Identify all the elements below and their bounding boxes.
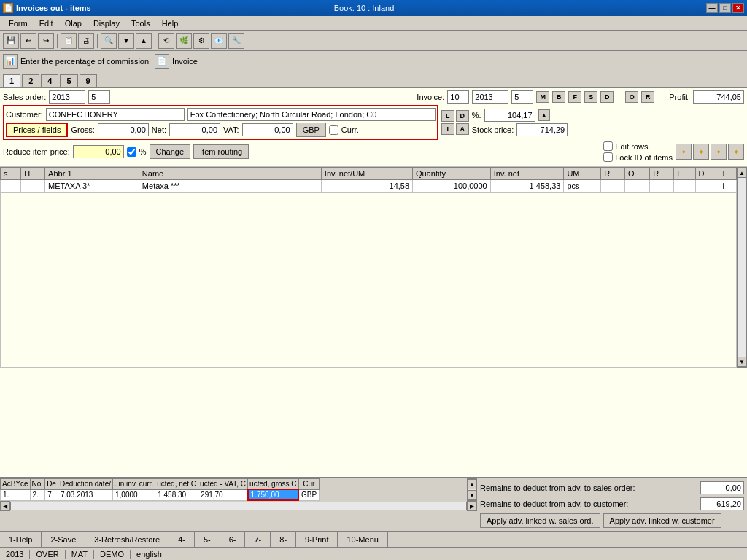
invoice-item[interactable]: 📄 Invoice: [155, 54, 198, 69]
tab-5[interactable]: 5: [60, 74, 77, 87]
menu-help[interactable]: Help: [156, 18, 185, 29]
redo-button[interactable]: ↪: [38, 33, 54, 49]
apply-sales-btn[interactable]: Apply adv. linked w. sales ord.: [480, 513, 600, 528]
scroll-up-btn[interactable]: ▲: [738, 168, 746, 178]
refresh-button[interactable]: ⟲: [158, 33, 174, 49]
star-btn-2[interactable]: ✦: [693, 144, 709, 160]
stock-price-label: Stock price:: [472, 125, 514, 134]
status-5[interactable]: 5-: [195, 532, 220, 547]
percent-input[interactable]: [484, 109, 535, 122]
up-button[interactable]: ▲: [136, 33, 152, 49]
btn-A[interactable]: A: [456, 123, 469, 135]
item-routing-btn[interactable]: Item routing: [193, 144, 249, 159]
menu-olap[interactable]: Olap: [59, 18, 88, 29]
btn-I[interactable]: I: [441, 123, 454, 135]
hscroll-right-btn[interactable]: ▶: [467, 501, 477, 511]
maximize-button[interactable]: □: [719, 3, 731, 13]
status-save[interactable]: 2-Save: [42, 532, 85, 547]
percent-row: %: ▲: [472, 109, 568, 122]
btn-F[interactable]: F: [568, 91, 581, 103]
remains-sales-input[interactable]: [700, 481, 744, 494]
customer-address-input[interactable]: [187, 108, 436, 121]
bscroll-down-btn[interactable]: ▼: [468, 490, 476, 500]
star-btn-3[interactable]: ✦: [711, 144, 727, 160]
remains-customer-input[interactable]: [700, 497, 744, 510]
curr-checkbox[interactable]: [329, 125, 338, 135]
btn-D2[interactable]: D: [456, 110, 469, 122]
vat-input[interactable]: [242, 123, 293, 136]
tab-2[interactable]: 2: [22, 74, 39, 87]
invoice-input3[interactable]: [511, 90, 533, 104]
status-menu[interactable]: 10-Menu: [338, 532, 387, 547]
prices-fields-btn[interactable]: Prices / fields: [6, 122, 68, 137]
commission-item[interactable]: 📊 Enter the percentage of commission: [3, 54, 149, 69]
tab-9[interactable]: 9: [80, 74, 97, 87]
btn-B[interactable]: B: [552, 91, 565, 103]
green-button[interactable]: 🌿: [176, 33, 192, 49]
bscroll-up-btn[interactable]: ▲: [468, 479, 476, 489]
lock-id-label[interactable]: Lock ID of items: [603, 152, 673, 162]
btn-D[interactable]: D: [600, 91, 614, 103]
currency-btn[interactable]: GBP: [296, 122, 326, 137]
reduce-input[interactable]: [73, 145, 124, 158]
btn-R[interactable]: R: [641, 91, 654, 103]
mail-button[interactable]: 📧: [211, 33, 227, 49]
tools-button[interactable]: 🔧: [228, 33, 244, 49]
scroll-down-btn[interactable]: ▼: [738, 357, 746, 367]
save-button[interactable]: 💾: [3, 33, 19, 49]
gear-button[interactable]: ⚙: [193, 33, 209, 49]
btn-L[interactable]: L: [441, 110, 454, 122]
undo-button[interactable]: ↩: [20, 33, 36, 49]
up-arrow-btn[interactable]: ▲: [538, 109, 550, 121]
profit-input[interactable]: [693, 90, 744, 104]
customer-input[interactable]: [46, 108, 185, 121]
close-button[interactable]: ✕: [732, 3, 744, 13]
status-7[interactable]: 7-: [245, 532, 271, 547]
menu-display[interactable]: Display: [88, 18, 125, 29]
bottom-table-row[interactable]: 1. 2. 7 7.03.2013 1,0000 1 458,30 291,70…: [1, 489, 320, 500]
commission-bar: 📊 Enter the percentage of commission 📄 I…: [0, 51, 747, 71]
btn-O[interactable]: O: [625, 91, 638, 103]
btn-S[interactable]: S: [584, 91, 597, 103]
status-8[interactable]: 8-: [271, 532, 296, 547]
status-4[interactable]: 4-: [169, 532, 195, 547]
status-refresh[interactable]: 3-Refresh/Restore: [85, 532, 169, 547]
stock-price-input[interactable]: [516, 123, 568, 136]
minimize-button[interactable]: —: [706, 3, 718, 13]
filter-button[interactable]: 🔍: [101, 33, 117, 49]
invoice-input1[interactable]: [447, 90, 469, 104]
copy-button[interactable]: 📋: [61, 33, 77, 49]
invoice-input2[interactable]: [472, 90, 508, 104]
table-scrollbar[interactable]: ▲ ▼: [737, 167, 747, 368]
status-6[interactable]: 6-: [220, 532, 246, 547]
gross-input[interactable]: [98, 123, 149, 136]
hscroll-left-btn[interactable]: ◀: [0, 501, 10, 511]
tab-1[interactable]: 1: [3, 74, 20, 87]
apply-customer-btn[interactable]: Apply adv. linked w. customer: [603, 513, 721, 528]
col-i: I: [719, 168, 737, 180]
status-help[interactable]: 1-Help: [0, 532, 42, 547]
down-button[interactable]: ▼: [118, 33, 134, 49]
btn-M[interactable]: M: [536, 91, 549, 103]
tab-4[interactable]: 4: [41, 74, 58, 87]
lock-id-checkbox[interactable]: [603, 152, 613, 162]
print-button[interactable]: 🖨: [78, 33, 94, 49]
star-btn-4[interactable]: ✦: [728, 144, 744, 160]
edit-rows-label[interactable]: Edit rows: [603, 141, 673, 151]
menu-form[interactable]: Form: [3, 18, 34, 29]
edit-rows-checkbox[interactable]: [603, 141, 613, 151]
net-input[interactable]: [169, 123, 220, 136]
menu-tools[interactable]: Tools: [125, 18, 156, 29]
sales-order-input1[interactable]: [49, 90, 85, 104]
col-um: UM: [564, 168, 601, 180]
menu-edit[interactable]: Edit: [34, 18, 59, 29]
h-scrollbar[interactable]: ◀ ▶: [0, 501, 477, 511]
status-print[interactable]: 9-Print: [296, 532, 338, 547]
reduce-checkbox[interactable]: [127, 147, 136, 157]
table-row[interactable]: METAXA 3* Metaxa *** 14,58 100,0000 1 45…: [1, 180, 737, 192]
star-btn-1[interactable]: ✦: [676, 144, 692, 160]
sales-order-input2[interactable]: [88, 90, 110, 104]
change-btn[interactable]: Change: [150, 144, 191, 159]
bottom-scrollbar[interactable]: ▲ ▼: [467, 478, 477, 501]
percent-sign: %: [139, 147, 147, 156]
